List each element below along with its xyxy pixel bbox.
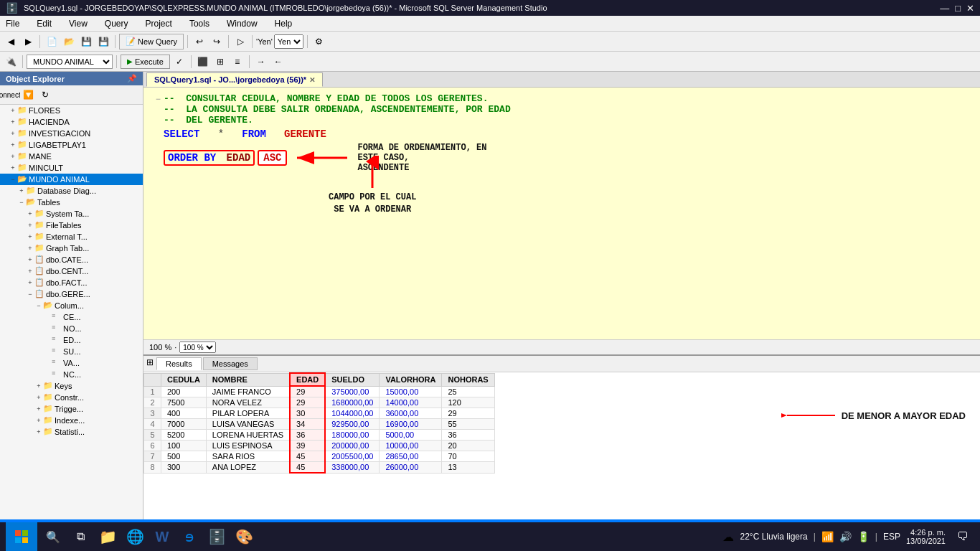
tree-item-dbo-cate[interactable]: + 📋 dbo.CATE...: [0, 254, 143, 265]
tree-item-dbo-fact[interactable]: + 📋 dbo.FACT...: [0, 277, 143, 288]
results-to-grid-btn[interactable]: ⊞: [212, 54, 228, 70]
tree-item-triggers[interactable]: + 📁 Trigge...: [0, 403, 143, 415]
tree-item-col-va[interactable]: ≡ VA...: [0, 357, 143, 369]
redo-btn[interactable]: ↪: [209, 34, 225, 50]
solution-label: 'Yen': [256, 37, 273, 46]
open-btn[interactable]: 📂: [61, 34, 77, 50]
query-tab[interactable]: SQLQuery1.sql - JO...\jorgebedoya (56))*…: [146, 72, 323, 87]
tree-item-col-ce[interactable]: ≡ CE...: [0, 311, 143, 323]
notification-btn[interactable]: 🗨: [951, 525, 974, 548]
tree-label: NC...: [63, 370, 81, 379]
results-to-text-btn[interactable]: ≡: [230, 54, 245, 70]
tree-item-investigacion[interactable]: + 📁 INVESTIGACION: [0, 128, 143, 139]
properties-btn[interactable]: ⚙: [311, 34, 327, 50]
menu-help[interactable]: Help: [272, 17, 296, 30]
tree-item-db-diag[interactable]: + 📁 Database Diag...: [0, 185, 143, 197]
save-all-btn[interactable]: 💾: [95, 34, 111, 50]
tab-label: SQLQuery1.sql - JO...\jorgebedoya (56))*: [154, 75, 306, 84]
check-btn[interactable]: ✓: [171, 54, 187, 70]
sql-editor[interactable]: − -- CONSULTAR CEDULA, NOMBRE Y EDAD DE …: [143, 88, 980, 339]
expand-icon: +: [34, 382, 43, 390]
new-file-btn[interactable]: 📄: [44, 34, 60, 50]
close-btn[interactable]: ✕: [966, 3, 974, 14]
tree-item-tables[interactable]: − 📂 Tables: [0, 197, 143, 208]
nombre-cell: JAIME FRANCO: [206, 386, 290, 397]
taskbar: 🔍 ⧉ 📁 🌐 W ɘ 🗄️ 🎨 ☁ 22°C Lluvia ligera | …: [0, 522, 980, 551]
menu-project[interactable]: Project: [143, 17, 175, 30]
search-taskbar-btn[interactable]: 🔍: [42, 525, 65, 548]
menu-window[interactable]: Window: [224, 17, 260, 30]
row-num-cell: 2: [144, 397, 161, 408]
word-btn[interactable]: W: [151, 525, 174, 548]
tree-label: MUNDO ANIMAL: [29, 175, 90, 184]
tree-item-mundo-animal[interactable]: − 📂 MUNDO ANIMAL: [0, 174, 143, 185]
parse-btn[interactable]: ⬛: [195, 54, 211, 70]
database-selector[interactable]: MUNDO ANIMAL: [27, 55, 113, 69]
tree-item-flores[interactable]: + 📁 FLORES: [0, 105, 143, 116]
solution-dropdown[interactable]: Yen: [274, 34, 303, 49]
tree-item-col-nc[interactable]: ≡ NC...: [0, 369, 143, 380]
tab-close-btn[interactable]: ✕: [309, 76, 315, 84]
tree-item-indexes[interactable]: + 📁 Indexe...: [0, 415, 143, 426]
edad-cell: 30: [290, 408, 325, 419]
indent-btn[interactable]: →: [253, 54, 269, 70]
tree-item-keys[interactable]: + 📁 Keys: [0, 380, 143, 392]
menu-view[interactable]: View: [66, 17, 90, 30]
connect-btn[interactable]: 🔌: [3, 54, 19, 70]
table-row: 6100LUIS ESPINOSA39200000,0010000,0020: [144, 441, 495, 451]
outdent-btn[interactable]: ←: [270, 54, 286, 70]
execute-button[interactable]: ▶ Execute: [121, 55, 170, 69]
window-controls[interactable]: — □ ✕: [940, 3, 974, 14]
oe-refresh-btn[interactable]: ↻: [37, 87, 53, 103]
oe-connect-btn[interactable]: Connect▼: [3, 87, 19, 103]
ssms-taskbar-btn[interactable]: 🗄️: [205, 525, 228, 548]
tree-label: VA...: [63, 359, 80, 367]
oe-pin-icon[interactable]: 📌: [127, 74, 137, 83]
tree-item-col-no[interactable]: ≡ NO...: [0, 323, 143, 334]
tree-item-col-su[interactable]: ≡ SU...: [0, 346, 143, 357]
menu-tools[interactable]: Tools: [187, 17, 212, 30]
menu-edit[interactable]: Edit: [34, 17, 55, 30]
minimize-btn[interactable]: —: [940, 3, 949, 14]
undo-btn[interactable]: ↩: [192, 34, 207, 50]
tree-item-constraints[interactable]: + 📁 Constr...: [0, 392, 143, 403]
new-query-button[interactable]: 📝 New Query: [119, 34, 184, 50]
table-row: 1200JAIME FRANCO29375000,0015000,0025: [144, 386, 495, 397]
row-num-cell: 6: [144, 441, 161, 451]
debug-btn[interactable]: ▷: [232, 34, 248, 50]
oe-filter-btn[interactable]: 🔽: [20, 87, 36, 103]
expand-icon: [43, 347, 52, 356]
maximize-btn[interactable]: □: [955, 3, 961, 14]
tree-item-hacienda[interactable]: + 📁 HACIENDA: [0, 116, 143, 128]
tab-messages[interactable]: Messages: [203, 357, 258, 370]
tree-item-filetables[interactable]: + 📁 FileTables: [0, 220, 143, 231]
paint-btn[interactable]: 🎨: [232, 525, 255, 548]
menu-query[interactable]: Query: [102, 17, 131, 30]
start-button[interactable]: [6, 522, 37, 551]
tree-item-ligabetplay[interactable]: + 📁 LIGABETPLAY1: [0, 139, 143, 151]
chrome-btn[interactable]: 🌐: [123, 525, 146, 548]
nombre-cell: NORA VELEZ: [206, 397, 290, 408]
tree-item-mincult[interactable]: + 📁 MINCULT: [0, 162, 143, 174]
tree-item-dbo-gere[interactable]: − 📋 dbo.GERE...: [0, 288, 143, 300]
tree-item-col-ed[interactable]: ≡ ED...: [0, 334, 143, 346]
folder-icon: 📁: [26, 186, 36, 196]
menu-file[interactable]: File: [3, 17, 22, 30]
forward-btn[interactable]: ▶: [20, 34, 36, 50]
task-view-btn[interactable]: ⧉: [69, 525, 92, 548]
sql-kw-from: FROM: [242, 128, 266, 140]
tree-item-statistics[interactable]: + 📁 Statisti...: [0, 426, 143, 438]
tree-item-dbo-cent[interactable]: + 📋 dbo.CENT...: [0, 265, 143, 277]
zoom-selector[interactable]: 100 %: [179, 342, 216, 353]
tree-item-external-tables[interactable]: + 📁 External T...: [0, 231, 143, 242]
tree-item-system-tables[interactable]: + 📁 System Ta...: [0, 208, 143, 220]
tree-item-graph-tables[interactable]: + 📁 Graph Tab...: [0, 242, 143, 254]
tree-item-columns[interactable]: − 📂 Colum...: [0, 300, 143, 311]
tab-results[interactable]: Results: [156, 357, 202, 370]
svg-rect-7: [22, 530, 28, 536]
save-btn[interactable]: 💾: [78, 34, 94, 50]
explorer-taskbar-btn[interactable]: 📁: [96, 525, 119, 548]
tree-item-mane[interactable]: + 📁 MANE: [0, 151, 143, 162]
edge-btn[interactable]: ɘ: [178, 525, 201, 548]
back-btn[interactable]: ◀: [3, 34, 19, 50]
